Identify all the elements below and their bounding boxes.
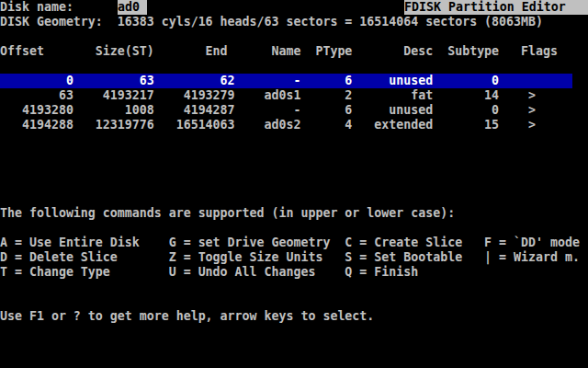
partition-row[interactable]: 4193280 1008 4194287 - 6 unused 0 > bbox=[0, 103, 572, 118]
table-header: Offset Size(ST) End Name PType Desc Subt… bbox=[0, 44, 558, 59]
fdisk-screen: Disk name: ad0 FDISK Partition Editor DI… bbox=[0, 0, 588, 368]
commands-intro: The following commands are supported (in… bbox=[0, 206, 455, 221]
command-line-1: A = Use Entire Disk G = set Drive Geomet… bbox=[0, 236, 580, 250]
partition-row[interactable]: 4194288 12319776 16514063 ad0s2 4 extend… bbox=[0, 118, 572, 132]
disk-geometry: DISK Geometry: 16383 cyls/16 heads/63 se… bbox=[0, 15, 543, 29]
editor-title: FDISK Partition Editor bbox=[404, 0, 588, 15]
disk-name-value[interactable]: ad0 bbox=[118, 0, 147, 15]
partition-row[interactable]: 63 4193217 4193279 ad0s1 2 fat 14 > bbox=[0, 88, 572, 103]
disk-name-label: Disk name: bbox=[0, 0, 74, 15]
command-line-2: D = Delete Slice Z = Toggle Size Units S… bbox=[0, 250, 580, 265]
help-text: Use F1 or ? to get more help, arrow keys… bbox=[0, 309, 374, 324]
partition-row[interactable]: 0 63 62 - 6 unused 0 bbox=[0, 74, 572, 88]
command-line-3: T = Change Type U = Undo All Changes Q =… bbox=[0, 265, 418, 280]
